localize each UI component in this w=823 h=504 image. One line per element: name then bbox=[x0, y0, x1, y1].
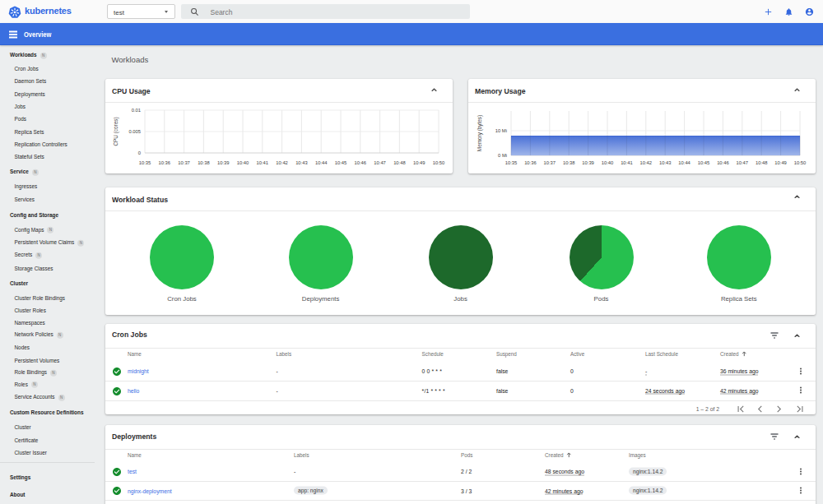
svg-text:10:48: 10:48 bbox=[756, 160, 768, 165]
svg-text:10:46: 10:46 bbox=[717, 160, 729, 165]
svg-text:10:35: 10:35 bbox=[505, 160, 518, 165]
svg-text:10:45: 10:45 bbox=[698, 160, 710, 165]
svg-text:10:35: 10:35 bbox=[139, 160, 151, 165]
svg-text:10:40: 10:40 bbox=[237, 160, 249, 165]
svg-text:10:46: 10:46 bbox=[355, 160, 367, 165]
svg-text:10:50: 10:50 bbox=[794, 160, 807, 165]
svg-text:10:38: 10:38 bbox=[563, 160, 575, 165]
svg-text:10:47: 10:47 bbox=[737, 160, 749, 165]
svg-text:10:39: 10:39 bbox=[217, 160, 230, 165]
svg-text:Memory (bytes): Memory (bytes) bbox=[477, 115, 483, 151]
svg-text:10:42: 10:42 bbox=[640, 160, 653, 165]
svg-text:10:45: 10:45 bbox=[335, 160, 347, 165]
svg-text:10:43: 10:43 bbox=[659, 160, 672, 165]
svg-text:10:41: 10:41 bbox=[621, 160, 633, 165]
svg-text:CPU (cores): CPU (cores) bbox=[113, 117, 119, 146]
svg-text:0 Mi: 0 Mi bbox=[498, 153, 507, 158]
svg-text:0.005: 0.005 bbox=[128, 129, 141, 134]
svg-text:10:49: 10:49 bbox=[413, 160, 425, 165]
svg-text:10:42: 10:42 bbox=[276, 160, 288, 165]
svg-text:10:36: 10:36 bbox=[524, 160, 537, 165]
svg-text:10 Mi: 10 Mi bbox=[495, 128, 507, 133]
svg-text:10:39: 10:39 bbox=[582, 160, 594, 165]
svg-text:10:38: 10:38 bbox=[198, 160, 210, 165]
svg-text:10:37: 10:37 bbox=[544, 160, 556, 165]
svg-text:10:50: 10:50 bbox=[433, 160, 445, 165]
svg-text:10:44: 10:44 bbox=[315, 160, 328, 165]
svg-text:10:41: 10:41 bbox=[257, 160, 269, 165]
svg-text:10:40: 10:40 bbox=[602, 160, 614, 165]
svg-text:10:47: 10:47 bbox=[374, 160, 386, 165]
svg-text:10:49: 10:49 bbox=[774, 160, 787, 165]
svg-text:10:48: 10:48 bbox=[393, 160, 406, 165]
svg-text:10:44: 10:44 bbox=[678, 160, 690, 165]
svg-text:10:43: 10:43 bbox=[295, 160, 308, 165]
svg-text:0.01: 0.01 bbox=[132, 108, 141, 113]
svg-text:10:37: 10:37 bbox=[178, 160, 190, 165]
svg-text:10:36: 10:36 bbox=[159, 160, 171, 165]
svg-text:0: 0 bbox=[138, 150, 141, 155]
